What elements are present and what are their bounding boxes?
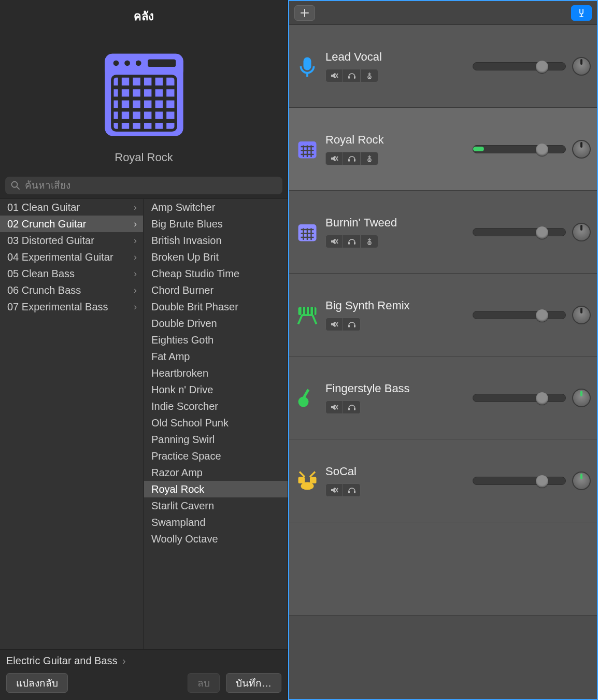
pan-knob[interactable] — [572, 472, 591, 490]
preset-item[interactable]: Honk n' Drive — [144, 381, 288, 398]
preset-label: Swampland — [151, 517, 206, 528]
save-button[interactable]: บันทึก… — [226, 673, 281, 693]
tuning-fork-icon — [577, 8, 586, 18]
preset-item[interactable]: Heartbroken — [144, 365, 288, 381]
pan-knob[interactable] — [572, 140, 591, 159]
track-controls — [325, 483, 465, 497]
amp-icon — [297, 222, 318, 242]
preset-label: Razor Amp — [151, 467, 203, 479]
preset-item[interactable]: Chord Burner — [144, 282, 288, 298]
solo-button[interactable] — [343, 152, 361, 165]
preset-label: Old School Punk — [151, 417, 229, 429]
track-row[interactable]: Big Synth Remix — [289, 274, 597, 356]
preset-item[interactable]: Panning Swirl — [144, 431, 288, 448]
headphones-icon — [348, 237, 356, 246]
preset-label: Honk n' Drive — [151, 384, 213, 396]
preset-item[interactable]: British Invasion — [144, 232, 288, 249]
library-panel: คลัง Royal Rock 01 Clean Guitar›02 — [0, 0, 288, 700]
library-title: คลัง — [0, 0, 288, 28]
volume-slider[interactable] — [473, 394, 566, 402]
preset-label: Fat Amp — [151, 351, 190, 363]
category-column[interactable]: 01 Clean Guitar›02 Crunch Guitar›03 Dist… — [0, 199, 144, 649]
solo-button[interactable] — [343, 483, 361, 497]
volume-slider[interactable] — [473, 228, 566, 236]
pan-knob[interactable] — [572, 389, 591, 407]
preset-item[interactable]: Big Brute Blues — [144, 216, 288, 232]
pan-knob[interactable] — [572, 223, 591, 241]
pan-knob[interactable] — [572, 306, 591, 324]
chevron-right-icon: › — [134, 235, 137, 246]
category-item[interactable]: 07 Experimental Bass› — [0, 298, 143, 315]
preset-item[interactable]: Swampland — [144, 514, 288, 531]
track-row[interactable]: Fingerstyle Bass — [289, 356, 597, 439]
mute-icon — [330, 237, 338, 246]
chevron-right-icon: › — [134, 252, 137, 263]
preset-item[interactable]: Woolly Octave — [144, 531, 288, 547]
breadcrumb[interactable]: Electric Guitar and Bass › — [0, 650, 288, 670]
drums-icon — [297, 470, 318, 491]
track-icon — [296, 222, 318, 242]
track-icon — [296, 305, 318, 325]
empty-track-area — [289, 522, 597, 616]
track-row[interactable]: SoCal — [289, 439, 597, 522]
search-icon — [10, 180, 21, 193]
pan-knob[interactable] — [572, 57, 591, 76]
preset-item[interactable]: Amp Switcher — [144, 199, 288, 216]
volume-slider[interactable] — [473, 145, 566, 153]
category-item[interactable]: 04 Experimental Guitar› — [0, 249, 143, 265]
preset-item[interactable]: Old School Punk — [144, 415, 288, 431]
volume-slider[interactable] — [473, 311, 566, 319]
preset-item[interactable]: Broken Up Brit — [144, 249, 288, 265]
revert-button[interactable]: แปลงกลับ — [6, 673, 68, 693]
mute-button[interactable] — [325, 235, 343, 248]
preset-item[interactable]: Starlit Cavern — [144, 497, 288, 514]
category-label: 02 Crunch Guitar — [7, 218, 86, 230]
mute-button[interactable] — [325, 318, 343, 331]
solo-button[interactable] — [343, 235, 361, 248]
tuner-button[interactable] — [571, 5, 592, 21]
input-monitor-button[interactable] — [361, 235, 378, 248]
input-monitor-button[interactable] — [361, 152, 378, 165]
category-item[interactable]: 01 Clean Guitar› — [0, 199, 143, 216]
mute-button[interactable] — [325, 401, 343, 414]
volume-slider[interactable] — [473, 62, 566, 70]
preset-item[interactable]: Cheap Studio Time — [144, 265, 288, 282]
preset-item[interactable]: Double Brit Phaser — [144, 298, 288, 315]
chevron-right-icon: › — [134, 268, 137, 279]
svg-point-2 — [113, 60, 119, 66]
track-controls — [325, 152, 465, 165]
preset-item[interactable]: Royal Rock — [144, 481, 288, 497]
category-item[interactable]: 05 Clean Bass› — [0, 265, 143, 282]
solo-button[interactable] — [343, 318, 361, 331]
category-item[interactable]: 02 Crunch Guitar› — [0, 216, 143, 232]
preset-item[interactable]: Razor Amp — [144, 464, 288, 481]
track-row[interactable]: Lead Vocal — [289, 25, 597, 108]
mute-button[interactable] — [325, 483, 343, 497]
mute-button[interactable] — [325, 152, 343, 165]
mute-icon — [330, 403, 338, 411]
preset-item[interactable]: Eighties Goth — [144, 332, 288, 348]
preset-column[interactable]: Amp SwitcherBig Brute BluesBritish Invas… — [144, 199, 288, 649]
add-track-button[interactable] — [294, 5, 315, 21]
preset-label: Double Driven — [151, 318, 217, 330]
category-item[interactable]: 03 Distorted Guitar› — [0, 232, 143, 249]
track-controls — [325, 401, 465, 414]
solo-button[interactable] — [343, 69, 361, 82]
chevron-right-icon: › — [134, 219, 137, 230]
input-monitor-button[interactable] — [361, 69, 378, 82]
solo-button[interactable] — [343, 401, 361, 414]
amp-illustration-icon — [97, 48, 191, 141]
current-preset-name: Royal Rock — [0, 141, 288, 177]
category-item[interactable]: 06 Crunch Bass› — [0, 282, 143, 298]
preset-item[interactable]: Fat Amp — [144, 348, 288, 365]
mute-button[interactable] — [325, 69, 343, 82]
preset-item[interactable]: Practice Space — [144, 448, 288, 464]
preset-item[interactable]: Indie Scorcher — [144, 398, 288, 415]
track-row[interactable]: Royal Rock — [289, 108, 597, 191]
preset-item[interactable]: Double Driven — [144, 315, 288, 332]
mute-icon — [330, 486, 338, 494]
track-row[interactable]: Burnin' Tweed — [289, 191, 597, 274]
delete-button[interactable]: ลบ — [188, 673, 220, 693]
search-input[interactable] — [5, 177, 282, 194]
volume-slider[interactable] — [473, 477, 566, 485]
